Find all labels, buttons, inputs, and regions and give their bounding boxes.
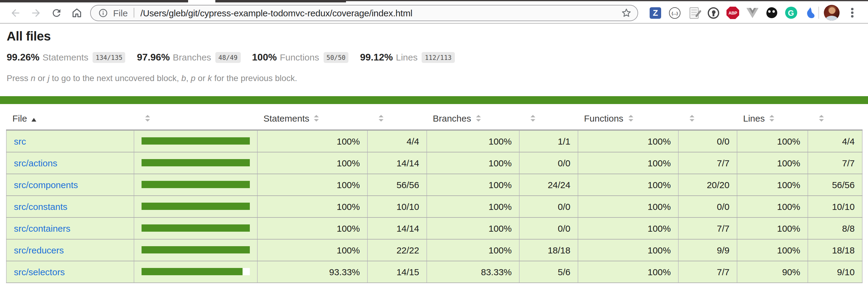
col-functions-header[interactable]: Functions (578, 104, 678, 130)
summary-statements: 99.26% Statements 134/135 (7, 52, 125, 63)
profile-avatar[interactable] (824, 5, 840, 21)
coverage-bar (142, 159, 250, 166)
arrow-right-icon (30, 7, 41, 19)
statements-pct-cell: 100% (257, 152, 368, 174)
extension-z-button[interactable]: Z (649, 6, 662, 19)
sort-toggle-icon[interactable] (628, 115, 633, 122)
col-statements-header[interactable]: Statements (257, 104, 368, 130)
coverage-bar-fill (142, 203, 250, 210)
browser-toolbar: File /Users/gleb/git/cypress-example-tod… (0, 2, 868, 24)
statements-pct-cell: 93.33% (257, 261, 368, 283)
coverage-bar-cell (134, 217, 257, 239)
file-link[interactable]: src/reducers (14, 245, 64, 255)
col-file-header[interactable]: File (6, 104, 134, 130)
file-cell: src/constants (6, 196, 134, 217)
branches-percentage: 97.96% (137, 52, 170, 63)
page-info-icon[interactable] (98, 7, 108, 18)
lines-fraction-cell: 4/4 (808, 130, 862, 152)
col-lines-header[interactable]: Lines (737, 104, 808, 130)
sort-toggle-icon[interactable] (689, 115, 694, 122)
statements-fraction-cell: 14/14 (368, 217, 427, 239)
file-link[interactable]: src/containers (14, 223, 70, 233)
lines-fraction-cell: 10/10 (808, 196, 862, 217)
statements-pct-cell: 100% (257, 130, 368, 152)
coverage-bar-fill (142, 225, 250, 232)
extension-notes-button[interactable] (688, 6, 701, 19)
col-branches-fraction-header[interactable] (519, 104, 578, 130)
address-bar[interactable]: File /Users/gleb/git/cypress-example-tod… (90, 4, 638, 21)
file-cell: src/actions (6, 152, 134, 174)
tab-strip-segment (0, 0, 188, 2)
file-link[interactable]: src/components (14, 179, 78, 190)
extension-flame-button[interactable] (804, 6, 816, 19)
table-row: src 100% 4/4 100% 1/1 100% 0/0 100% 4/4 (6, 130, 862, 152)
file-link[interactable]: src/constants (14, 201, 67, 211)
coverage-table: File Statements Branches Functions Lines… (6, 104, 863, 283)
keyhole-icon (708, 7, 719, 19)
functions-pct-cell: 100% (578, 152, 678, 174)
branches-pct-cell: 100% (427, 239, 519, 261)
branches-fraction-cell: 18/18 (519, 239, 578, 261)
extension-1password-button[interactable] (707, 6, 720, 19)
sort-toggle-icon[interactable] (145, 115, 150, 122)
coverage-bar (142, 268, 250, 275)
statements-pct-cell: 100% (257, 217, 368, 239)
sort-toggle-icon[interactable] (770, 115, 775, 122)
browser-menu-button[interactable] (847, 6, 858, 19)
coverage-bar-fill (142, 138, 250, 145)
back-button[interactable] (8, 5, 22, 20)
col-statements-fraction-header[interactable] (368, 104, 427, 130)
json-braces-icon: {...} (669, 7, 681, 19)
sort-ascending-icon (31, 118, 36, 122)
extension-row: Z {...} ABP G (649, 6, 816, 19)
note-pencil-icon (689, 7, 699, 19)
lines-pct-cell: 100% (737, 196, 808, 217)
coverage-bar-cell (134, 261, 257, 283)
file-link[interactable]: src/actions (14, 157, 57, 168)
home-button[interactable] (69, 5, 84, 20)
sort-toggle-icon[interactable] (530, 115, 535, 122)
reload-button[interactable] (49, 5, 63, 20)
col-branches-header[interactable]: Branches (427, 104, 519, 130)
functions-fraction-cell: 7/7 (678, 261, 737, 283)
summary-lines: 99.12% Lines 112/113 (360, 52, 455, 63)
url-text[interactable]: /Users/gleb/git/cypress-example-todomvc-… (140, 7, 621, 18)
summary-branches: 97.96% Branches 48/49 (137, 52, 241, 63)
extension-adblock-button[interactable]: ABP (726, 6, 739, 19)
bookmark-star-icon[interactable] (621, 7, 632, 19)
statements-percentage: 99.26% (7, 52, 40, 63)
extension-grammarly-button[interactable]: G (784, 6, 797, 19)
coverage-bar-cell (134, 152, 257, 174)
statements-fraction-cell: 14/14 (368, 152, 427, 174)
functions-fraction-badge: 50/50 (323, 52, 348, 63)
branches-fraction-badge: 48/49 (215, 52, 241, 63)
branches-pct-cell: 100% (427, 130, 519, 152)
extension-kuker-button[interactable] (765, 6, 778, 19)
extension-vue-devtools-button[interactable] (746, 6, 758, 19)
file-link[interactable]: src (14, 136, 26, 146)
branches-pct-cell: 100% (427, 196, 519, 217)
col-lines-fraction-header[interactable] (808, 104, 862, 130)
kebab-dot (851, 15, 854, 17)
sort-toggle-icon[interactable] (476, 115, 481, 122)
branches-fraction-cell: 1/1 (519, 130, 578, 152)
functions-pct-cell: 100% (578, 130, 678, 152)
coverage-status-bar (0, 96, 868, 104)
col-chart-header[interactable] (134, 104, 257, 130)
lines-fraction-badge: 112/113 (422, 52, 455, 63)
file-cell: src (6, 130, 134, 152)
forward-button[interactable] (28, 5, 43, 20)
tab-strip (0, 0, 868, 2)
sort-toggle-icon[interactable] (378, 115, 383, 122)
sort-toggle-icon[interactable] (819, 115, 824, 122)
coverage-bar-cell (134, 196, 257, 217)
col-functions-fraction-header[interactable] (678, 104, 737, 130)
extension-json-viewer-button[interactable]: {...} (669, 6, 681, 19)
coverage-bar-cell (134, 239, 257, 261)
sort-toggle-icon[interactable] (314, 115, 319, 122)
branches-pct-cell: 83.33% (427, 261, 519, 283)
branches-fraction-cell: 5/6 (519, 261, 578, 283)
coverage-bar-fill (142, 181, 250, 188)
functions-pct-cell: 100% (578, 196, 678, 217)
file-link[interactable]: src/selectors (14, 266, 65, 277)
